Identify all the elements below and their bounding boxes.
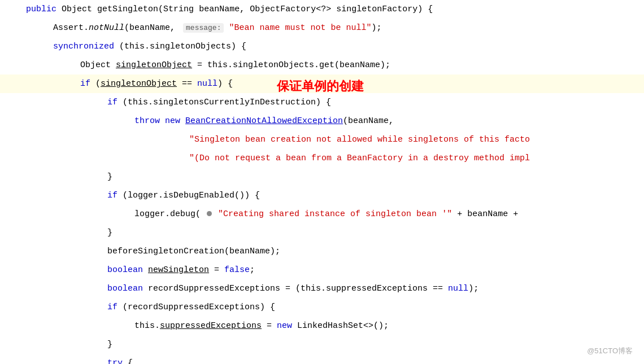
line-11-content: if (logger.isDebugEnabled()) { [0, 186, 260, 205]
line-16-content: boolean recordSuppressedExceptions = (th… [0, 279, 478, 298]
code-line-5: if (singletonObject == null) { 保证单例的创建 [0, 74, 644, 93]
code-line-10: } [0, 168, 644, 186]
code-line-8: "Singleton bean creation not allowed whi… [0, 130, 644, 149]
line-15-content: boolean newSingleton = false; [0, 261, 255, 279]
line-6-content: if (this.singletonsCurrentlyInDestructio… [0, 93, 331, 112]
circle-icon [207, 211, 212, 216]
line-14-content: beforeSingletonCreation(beanName); [0, 242, 280, 261]
code-line-20: try { [0, 354, 644, 364]
line-5-content: if (singletonObject == null) { 保证单例的创建 [0, 74, 233, 93]
method-getSingleton: getSingleton [97, 5, 158, 14]
code-line-11: if (logger.isDebugEnabled()) { [0, 186, 644, 205]
code-container: public Object getSingleton(String beanNa… [0, 0, 644, 364]
code-line-19: } [0, 335, 644, 354]
line-2-content: Assert.notNull(beanName, message: "Bean … [0, 19, 382, 37]
code-line-1: public Object getSingleton(String beanNa… [0, 0, 644, 19]
code-line-4: Object singletonObject = this.singletonO… [0, 56, 644, 74]
watermark: @51CTO博客 [587, 346, 633, 356]
code-line-15: boolean newSingleton = false; [0, 261, 644, 279]
code-line-2: Assert.notNull(beanName, message: "Bean … [0, 19, 644, 37]
line-12-content: logger.debug( "Creating shared instance … [0, 205, 518, 223]
code-line-12: logger.debug( "Creating shared instance … [0, 205, 644, 223]
code-line-6: if (this.singletonsCurrentlyInDestructio… [0, 93, 644, 112]
class-BeanCreationNotAllowedException[interactable]: BeanCreationNotAllowedException [185, 116, 343, 126]
type-object: Object [62, 5, 92, 14]
code-line-3: synchronized (this.singletonObjects) { [0, 37, 644, 56]
code-line-14: beforeSingletonCreation(beanName); [0, 242, 644, 261]
code-line-18: this.suppressedExceptions = new LinkedHa… [0, 317, 644, 335]
line-18-content: this.suppressedExceptions = new LinkedHa… [0, 317, 389, 335]
code-line-16: boolean recordSuppressedExceptions = (th… [0, 279, 644, 298]
code-line-9: "(Do not request a bean from a BeanFacto… [0, 149, 644, 168]
code-line-17: if (recordSuppressedExceptions) { [0, 298, 644, 317]
line-8-content: "Singleton bean creation not allowed whi… [0, 130, 530, 149]
line-7-content: throw new BeanCreationNotAllowedExceptio… [0, 112, 394, 130]
line-19-content: } [0, 335, 112, 354]
line-3-content: synchronized (this.singletonObjects) { [0, 37, 246, 56]
line-9-content: "(Do not request a bean from a BeanFacto… [0, 149, 530, 168]
line-1-content: public Object getSingleton(String beanNa… [0, 0, 433, 19]
line-4-content: Object singletonObject = this.singletonO… [0, 56, 390, 74]
line-10-content: } [0, 168, 112, 186]
keyword-public: public [26, 5, 56, 14]
param-hint: message: [183, 23, 224, 33]
line-17-content: if (recordSuppressedExceptions) { [0, 298, 275, 317]
code-line-7: throw new BeanCreationNotAllowedExceptio… [0, 112, 644, 130]
code-line-13: } [0, 223, 644, 242]
line-13-content: } [0, 223, 112, 242]
line-20-content: try { [0, 354, 133, 364]
